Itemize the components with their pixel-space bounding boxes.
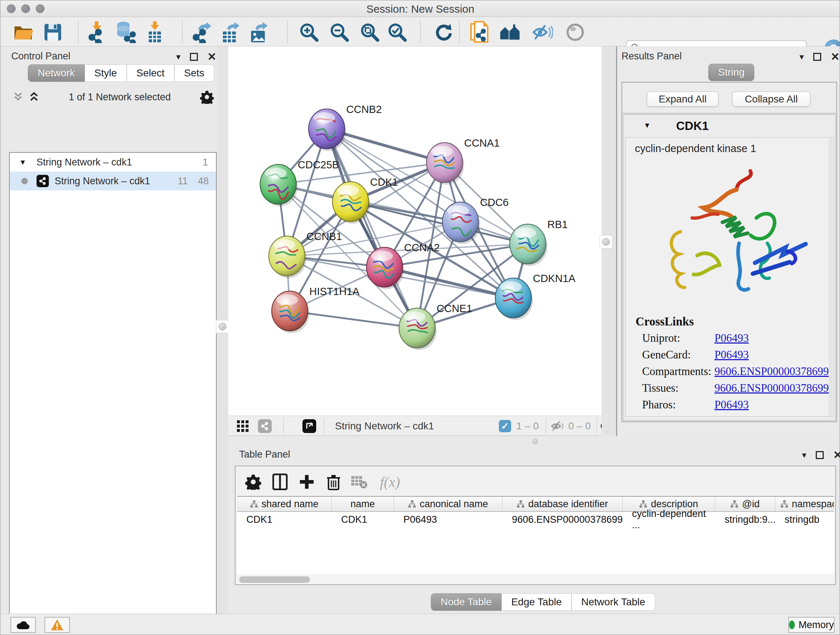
tab-node-table[interactable]: Node Table <box>431 593 501 611</box>
automation-cloud-button[interactable] <box>11 617 36 633</box>
collapse-all-icon[interactable] <box>13 92 24 103</box>
node-label: CCNE1 <box>437 302 472 314</box>
string-network-graph[interactable]: CCNB2CCNA1CDC25BCDK1CDC6RB1CCNB1CCNA2CDK… <box>228 46 602 416</box>
left-splitter[interactable] <box>218 46 228 614</box>
cell-canonical-name[interactable]: P06493 <box>394 512 502 527</box>
memory-button[interactable]: Memory <box>788 617 835 633</box>
column-header[interactable]: canonical name <box>394 497 502 511</box>
tab-string[interactable]: String <box>708 64 754 81</box>
column-header[interactable]: @id <box>715 497 775 511</box>
toolbar-separator <box>287 21 287 43</box>
table-header-row: shared name name canonical name database… <box>237 497 834 512</box>
zoom-in-icon[interactable] <box>298 22 319 43</box>
show-graphics-details-icon[interactable] <box>565 22 586 43</box>
horizontal-splitter[interactable] <box>228 436 840 448</box>
export-network-icon[interactable] <box>191 22 212 43</box>
zoom-selected-icon[interactable] <box>387 22 408 43</box>
collapse-all-button[interactable]: Collapse All <box>732 92 810 107</box>
left-splitter-handle[interactable] <box>216 320 229 333</box>
cell-database-identifier[interactable]: 9606.ENSP00000378699 <box>502 512 622 527</box>
cell-description[interactable]: cyclin-dependent ... <box>622 512 715 527</box>
column-header[interactable]: database identifier <box>502 497 622 511</box>
detach-view-icon[interactable] <box>302 419 316 433</box>
network-view-toolbar: String Network – cdk1 ✓ 1 – 0 0 – 0 <box>228 416 602 436</box>
import-network-file-icon[interactable] <box>87 22 107 43</box>
toolbar-separator <box>459 21 460 43</box>
protein-card-header[interactable]: ▼ CDK1 <box>623 115 835 136</box>
float-panel-icon[interactable] <box>813 53 821 61</box>
column-header[interactable]: name <box>332 497 394 511</box>
view-toolbar-separator <box>324 418 324 434</box>
node-label: CDKN1A <box>533 272 576 284</box>
close-panel-icon[interactable]: ✕ <box>207 51 216 62</box>
close-panel-icon[interactable]: ✕ <box>831 51 840 62</box>
first-neighbors-icon[interactable] <box>500 22 521 43</box>
cell-namespace[interactable]: stringdb <box>775 512 834 527</box>
cell-shared-name[interactable]: CDK1 <box>237 512 332 527</box>
crosslink-link[interactable]: P06493 <box>714 332 749 345</box>
collapse-entry-icon[interactable]: ▼ <box>644 121 651 130</box>
panel-menu-icon[interactable]: ▾ <box>176 52 180 61</box>
create-column-icon[interactable] <box>295 470 318 493</box>
tab-network-table[interactable]: Network Table <box>572 593 655 611</box>
tab-edge-table[interactable]: Edge Table <box>501 593 572 611</box>
panel-menu-icon[interactable]: ▾ <box>799 52 804 61</box>
network-options-gear-icon[interactable] <box>200 90 214 104</box>
network-label: String Network – cdk1 <box>55 176 150 187</box>
crosslink-link[interactable]: 9606.ENSP00000378699 <box>714 365 829 378</box>
zoom-fit-icon[interactable] <box>359 22 380 43</box>
float-panel-icon[interactable] <box>816 451 824 459</box>
export-table-icon[interactable] <box>220 22 241 43</box>
tab-sets[interactable]: Sets <box>174 65 214 82</box>
export-image-icon[interactable] <box>248 22 270 43</box>
refresh-icon[interactable] <box>433 22 454 43</box>
close-panel-icon[interactable]: ✕ <box>833 450 840 461</box>
horizontal-splitter-handle[interactable] <box>532 439 538 444</box>
right-splitter-handle[interactable] <box>600 235 613 249</box>
cell-id[interactable]: stringdb:9... <box>715 512 775 527</box>
crosslink-link[interactable]: 9606.ENSP00000378699 <box>714 382 829 394</box>
tab-style[interactable]: Style <box>85 65 126 82</box>
delete-table-icon[interactable] <box>347 470 370 493</box>
show-columns-icon[interactable] <box>269 470 291 493</box>
crosslink-link[interactable]: P06493 <box>714 398 749 411</box>
expand-all-icon[interactable] <box>28 92 39 103</box>
crosslink-link[interactable]: P06493 <box>714 348 749 361</box>
function-builder-icon[interactable]: f(x) <box>374 470 406 493</box>
scrollbar-thumb[interactable] <box>239 576 310 583</box>
results-scrollbar[interactable] <box>829 138 832 416</box>
float-panel-icon[interactable] <box>190 53 198 61</box>
expand-all-button[interactable]: Expand All <box>647 92 718 107</box>
import-network-database-icon[interactable] <box>115 22 136 43</box>
right-splitter[interactable] <box>602 46 616 448</box>
zoom-out-icon[interactable] <box>329 22 350 43</box>
delete-column-icon[interactable] <box>322 470 345 493</box>
string-view-icon[interactable] <box>258 419 272 433</box>
panel-menu-icon[interactable]: ▾ <box>802 451 806 459</box>
network-nodes: CCNB2CCNA1CDC25BCDK1CDC6RB1CCNB1CCNA2CDK… <box>260 103 576 350</box>
selected-nodes-checkbox-icon[interactable]: ✓ <box>499 420 511 432</box>
cell-name[interactable]: CDK1 <box>332 512 394 527</box>
protein-card-body: cyclin-dependent kinase 1 <box>625 137 834 417</box>
import-table-file-icon[interactable] <box>144 22 165 43</box>
table-panel-title: Table Panel <box>239 449 290 460</box>
save-session-icon[interactable] <box>42 22 63 43</box>
network-canvas[interactable]: CCNB2CCNA1CDC25BCDK1CDC6RB1CCNB1CCNA2CDK… <box>228 46 602 416</box>
grid-view-icon[interactable] <box>237 420 248 433</box>
node-label: CCNB1 <box>306 231 342 242</box>
network-row-selected[interactable]: String Network – cdk1 11 48 <box>10 172 216 190</box>
column-header[interactable]: namespace <box>775 497 834 511</box>
column-header[interactable]: shared name <box>237 497 332 511</box>
string-network-icon <box>36 175 49 187</box>
table-horizontal-scrollbar[interactable] <box>237 575 834 584</box>
network-collection-row[interactable]: ▼ String Network – cdk1 1 <box>10 153 216 172</box>
tab-network[interactable]: Network <box>28 65 85 82</box>
tab-select[interactable]: Select <box>126 65 174 82</box>
warnings-button[interactable] <box>44 617 70 633</box>
table-row[interactable]: CDK1 CDK1 P06493 9606.ENSP00000378699 cy… <box>237 512 834 527</box>
collection-expander-icon[interactable]: ▼ <box>19 158 27 166</box>
table-options-gear-icon[interactable] <box>242 470 264 493</box>
hide-selected-icon[interactable] <box>532 22 553 43</box>
network-from-clipboard-icon[interactable] <box>469 22 490 43</box>
open-session-icon[interactable] <box>13 22 34 43</box>
